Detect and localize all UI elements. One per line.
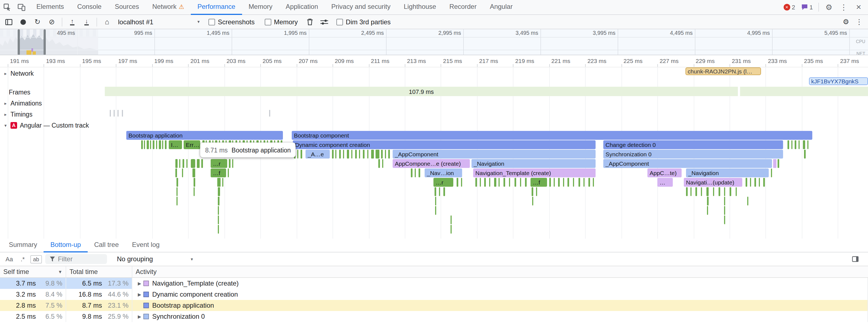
issues-badge[interactable]: 1 xyxy=(799,4,816,10)
clear-recording-button[interactable]: ⊘ xyxy=(45,15,58,28)
flame-bar[interactable] xyxy=(525,178,527,187)
memory-checkbox[interactable]: Memory xyxy=(265,18,298,26)
flame-bar[interactable] xyxy=(451,215,452,224)
frame-block[interactable]: 107.9 ms xyxy=(105,87,739,96)
flame-bar[interactable] xyxy=(343,150,344,159)
column-header-activity[interactable]: Activity xyxy=(132,266,868,277)
flame-bar[interactable] xyxy=(175,168,177,177)
throttling-icon[interactable] xyxy=(318,15,331,28)
flame-bar[interactable]: _Nav…ion xyxy=(425,168,462,177)
flame-bar[interactable] xyxy=(567,178,569,187)
flame-bar[interactable] xyxy=(435,197,436,206)
bottom-tab-call-tree[interactable]: Call tree xyxy=(87,238,125,252)
flame-bar[interactable] xyxy=(690,187,691,196)
match-whole-word-icon[interactable]: ab xyxy=(30,255,42,263)
flame-bar[interactable] xyxy=(150,140,151,149)
flame-bar[interactable] xyxy=(381,150,383,159)
bottom-tab-bottom-up[interactable]: Bottom-up xyxy=(44,238,88,252)
flame-bar[interactable] xyxy=(229,159,230,168)
flame-bar[interactable] xyxy=(457,178,458,187)
total-time-cell[interactable]: 16.8 ms44.6 % xyxy=(66,289,132,300)
flame-bar[interactable] xyxy=(724,187,725,196)
flame-bar[interactable] xyxy=(177,178,178,187)
tab-privacy-and-security[interactable]: Privacy and security xyxy=(325,0,397,15)
flame-bar[interactable] xyxy=(217,178,221,187)
flame-bar[interactable] xyxy=(787,140,789,149)
self-time-cell[interactable]: 3.2 ms8.4 % xyxy=(0,289,66,300)
table-row[interactable]: 2.8 ms7.5 %8.7 ms23.1 %Bootstrap applica… xyxy=(0,300,868,311)
flame-bar[interactable] xyxy=(218,197,219,206)
flame-bar[interactable] xyxy=(707,206,708,215)
flame-bar[interactable] xyxy=(475,178,477,187)
track-frames[interactable]: Frames xyxy=(9,88,30,97)
flame-bar[interactable] xyxy=(795,140,796,149)
capture-settings-icon[interactable]: ⚙ xyxy=(839,15,852,28)
flame-bar[interactable] xyxy=(435,206,436,215)
flame-bar[interactable] xyxy=(701,187,702,196)
flame-bar[interactable] xyxy=(359,150,360,159)
flame-bar[interactable] xyxy=(754,178,756,187)
window-left-handle[interactable] xyxy=(18,29,20,55)
flame-bar[interactable] xyxy=(724,197,725,206)
track-animations[interactable]: ▸ Animations xyxy=(3,99,42,108)
bottom-tab-event-log[interactable]: Event log xyxy=(125,238,166,252)
flame-bar[interactable] xyxy=(192,168,195,177)
flame-bar[interactable] xyxy=(191,159,195,168)
flame-bar[interactable] xyxy=(147,140,149,149)
flame-bar[interactable]: Dynamic component creation xyxy=(293,140,596,149)
table-row[interactable]: 3.2 ms8.4 %16.8 ms44.6 %▶Dynamic compone… xyxy=(0,289,868,300)
column-header-self-time[interactable]: Self time ▼ xyxy=(0,266,66,277)
tab-application[interactable]: Application xyxy=(279,0,324,15)
flame-bar[interactable] xyxy=(713,187,714,196)
track-timings[interactable]: ▸ Timings xyxy=(3,110,33,119)
total-time-cell[interactable]: 9.8 ms25.9 % xyxy=(66,311,132,322)
flame-bar[interactable] xyxy=(411,168,412,177)
collapse-arrow-icon[interactable]: ▸ xyxy=(3,112,8,117)
flame-bar[interactable] xyxy=(746,178,747,187)
flame-bar[interactable] xyxy=(573,178,574,187)
flame-bar[interactable] xyxy=(439,187,440,196)
flame-bar[interactable]: _A…e xyxy=(306,150,330,159)
flame-bar[interactable] xyxy=(724,206,725,215)
tab-performance[interactable]: Performance xyxy=(191,0,242,15)
screenshots-checkbox[interactable]: Screenshots xyxy=(209,18,254,26)
flame-bar[interactable] xyxy=(193,178,195,187)
flame-bar[interactable]: _Navigation xyxy=(471,159,596,168)
flame-bar[interactable] xyxy=(186,159,187,168)
flame-bar[interactable] xyxy=(532,187,533,196)
flame-bar[interactable] xyxy=(763,178,765,187)
expand-arrow-icon[interactable]: ▶ xyxy=(136,314,144,319)
flame-bar[interactable]: Bootstrap application xyxy=(126,131,283,140)
dim-3rd-parties-checkbox[interactable]: Dim 3rd parties xyxy=(336,18,391,26)
tab-network[interactable]: Network⚠ xyxy=(146,0,191,15)
flame-bar[interactable] xyxy=(498,178,500,187)
flame-bar[interactable] xyxy=(153,140,154,149)
more-menu-icon[interactable]: ⋮ xyxy=(837,0,851,15)
flame-bar[interactable] xyxy=(339,150,341,159)
flame-bar[interactable]: … xyxy=(657,178,673,187)
regex-icon[interactable]: .* xyxy=(19,255,27,263)
record-button[interactable] xyxy=(17,15,30,28)
flame-bar[interactable] xyxy=(686,187,688,196)
error-badge[interactable]: × 2 xyxy=(781,4,798,10)
home-icon[interactable]: ⌂ xyxy=(100,15,114,28)
activity-cell[interactable]: ▶Navigation_Template (create) xyxy=(132,278,868,289)
flame-bar[interactable] xyxy=(376,150,379,159)
flame-bar[interactable] xyxy=(532,197,533,206)
flame-bar[interactable] xyxy=(549,178,551,187)
flame-bar[interactable] xyxy=(778,159,779,168)
flame-bar[interactable] xyxy=(175,159,178,168)
flame-bar[interactable] xyxy=(804,150,806,159)
network-request-chip[interactable]: chunk-RAOJN2PN.js (l… xyxy=(685,67,761,75)
flame-bar[interactable] xyxy=(558,178,560,187)
flame-bar[interactable] xyxy=(451,225,452,234)
flame-bar[interactable] xyxy=(435,187,436,196)
filter-input[interactable] xyxy=(58,255,102,263)
flame-bar[interactable] xyxy=(771,168,772,177)
flame-bar[interactable] xyxy=(177,187,178,196)
total-time-cell[interactable]: 8.7 ms23.1 % xyxy=(66,300,132,311)
flame-bar[interactable]: Navigati…(update) xyxy=(684,178,742,187)
flame-bar[interactable] xyxy=(355,150,357,159)
flame-bar[interactable] xyxy=(218,215,219,224)
activity-cell[interactable]: ▶Synchronization 0 xyxy=(132,311,868,322)
